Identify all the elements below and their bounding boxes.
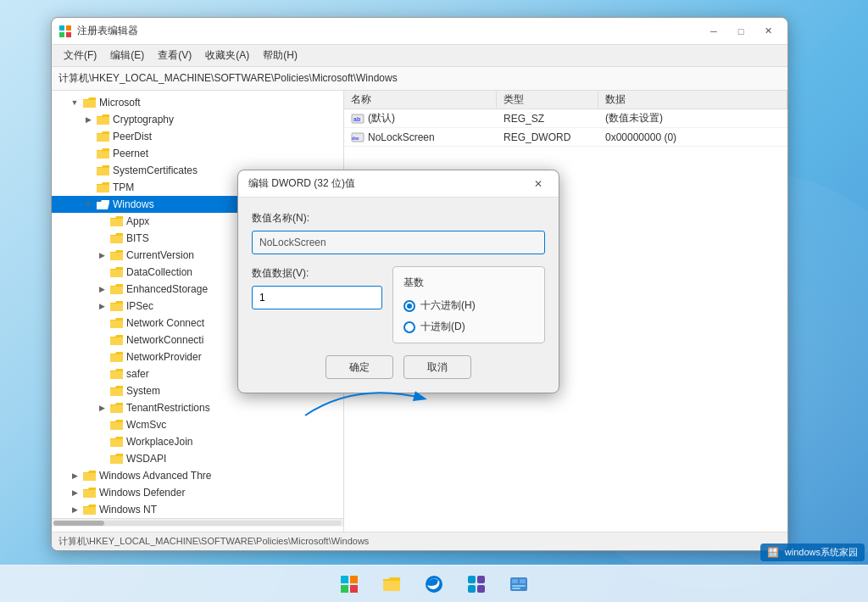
tree-item-windefender[interactable]: ▶ Windows Defender bbox=[52, 484, 343, 501]
folder-icon bbox=[110, 266, 124, 278]
scrollbar-track bbox=[53, 521, 342, 526]
expand-icon bbox=[82, 131, 94, 142]
status-bar: 计算机\HKEY_LOCAL_MACHINE\SOFTWARE\Policies… bbox=[52, 532, 787, 550]
radio-hex[interactable]: 十六进制(H) bbox=[403, 298, 534, 313]
expand-icon: ▶ bbox=[82, 114, 94, 125]
tree-item-cryptography[interactable]: ▶ Cryptography bbox=[52, 111, 343, 128]
menu-help[interactable]: 帮助(H) bbox=[256, 47, 304, 64]
maximize-button[interactable]: □ bbox=[728, 23, 754, 40]
expand-icon bbox=[82, 181, 94, 193]
radio-hex-circle bbox=[403, 300, 415, 312]
radio-group: 十六进制(H) 十进制(D) bbox=[403, 298, 534, 334]
tree-label: EnhancedStorage bbox=[126, 283, 208, 295]
tree-item-workplacejoin[interactable]: WorkplaceJoin bbox=[52, 433, 343, 450]
tree-item-peerdist[interactable]: PeerDist bbox=[52, 128, 343, 145]
menu-edit[interactable]: 编辑(E) bbox=[103, 47, 151, 64]
tree-item-windowsnt[interactable]: ▶ Windows NT bbox=[52, 501, 343, 518]
tree-item-wcmsvc[interactable]: WcmSvc bbox=[52, 416, 343, 433]
value-data-input[interactable] bbox=[252, 286, 382, 309]
expand-icon bbox=[96, 317, 108, 329]
tree-label: SystemCertificates bbox=[113, 164, 198, 176]
expand-icon bbox=[96, 385, 108, 397]
tree-label: System bbox=[126, 385, 160, 397]
tree-label: TenantRestrictions bbox=[126, 402, 210, 414]
reg-type-cell: REG_SZ bbox=[497, 109, 598, 127]
folder-icon bbox=[97, 131, 110, 142]
tree-item-winadvthre[interactable]: ▶ Windows Advanced Thre bbox=[52, 467, 343, 484]
ok-button[interactable]: 确定 bbox=[326, 355, 393, 379]
dialog-title-bar: 编辑 DWORD (32 位)值 ✕ bbox=[238, 170, 559, 198]
expand-icon: ▶ bbox=[69, 487, 81, 499]
dialog-value-row: 数值数据(V): 基数 十六进制(H) 十进制(D) bbox=[252, 266, 545, 343]
reg-dword-icon: dw bbox=[351, 131, 364, 143]
col-type[interactable]: 类型 bbox=[497, 91, 598, 109]
col-data[interactable]: 数据 bbox=[598, 91, 787, 109]
tree-label: Windows Advanced Thre bbox=[99, 470, 212, 482]
expand-icon: ▶ bbox=[69, 504, 81, 516]
svg-rect-2 bbox=[59, 32, 64, 37]
dialog-close-button[interactable]: ✕ bbox=[528, 176, 548, 192]
folder-icon bbox=[110, 419, 124, 431]
tree-item-microsoft[interactable]: ▼ Microsoft bbox=[52, 94, 343, 111]
edit-dword-dialog: 编辑 DWORD (32 位)值 ✕ 数值名称(N): 数值数据(V): 基数 bbox=[237, 170, 559, 393]
tree-label: Peernet bbox=[113, 148, 148, 159]
regedit-taskbar-button[interactable] bbox=[500, 568, 537, 600]
radio-dec[interactable]: 十进制(D) bbox=[403, 320, 534, 334]
app-icon bbox=[58, 25, 72, 38]
folder-icon bbox=[97, 148, 110, 159]
expand-icon bbox=[96, 436, 108, 448]
explorer-button[interactable] bbox=[373, 568, 410, 600]
menu-view[interactable]: 查看(V) bbox=[151, 47, 198, 64]
horizontal-scrollbar[interactable] bbox=[52, 518, 343, 527]
start-button[interactable] bbox=[331, 568, 368, 600]
dialog-buttons: 确定 取消 bbox=[252, 355, 545, 379]
svg-rect-0 bbox=[59, 25, 64, 31]
tree-item-tenantrestrictions[interactable]: ▶ TenantRestrictions bbox=[52, 399, 343, 416]
folder-icon bbox=[110, 334, 124, 346]
tree-label: safer bbox=[126, 368, 149, 380]
folder-open-icon bbox=[97, 198, 110, 210]
folder-icon bbox=[110, 436, 124, 448]
expand-icon bbox=[96, 419, 108, 431]
tree-label: CurrentVersion bbox=[126, 249, 194, 261]
address-text: 计算机\HKEY_LOCAL_MACHINE\SOFTWARE\Policies… bbox=[58, 71, 398, 86]
reg-data-cell: (数值未设置) bbox=[598, 109, 787, 127]
menu-favorites[interactable]: 收藏夹(A) bbox=[198, 47, 256, 64]
folder-icon bbox=[83, 97, 97, 109]
expand-icon bbox=[96, 334, 108, 346]
tree-item-wsdapi[interactable]: WSDAPI bbox=[52, 450, 343, 467]
registry-row-nolockscreen[interactable]: dw NoLockScreen REG_DWORD 0x00000000 (0) bbox=[344, 128, 787, 147]
expand-icon bbox=[82, 164, 94, 176]
tree-item-peernet[interactable]: Peernet bbox=[52, 145, 343, 162]
tree-label: Windows Defender bbox=[99, 487, 185, 499]
svg-rect-10 bbox=[341, 585, 348, 593]
tree-label: Cryptography bbox=[113, 114, 174, 125]
tree-label: Appx bbox=[126, 215, 149, 227]
svg-rect-14 bbox=[477, 576, 485, 583]
watermark-text: windows系统家园 bbox=[785, 547, 858, 557]
store-button[interactable] bbox=[458, 568, 495, 600]
svg-rect-11 bbox=[350, 585, 358, 593]
edge-button[interactable] bbox=[415, 568, 453, 600]
expand-icon: ▼ bbox=[82, 198, 94, 210]
reg-name: NoLockScreen bbox=[368, 131, 435, 143]
column-headers: 名称 类型 数据 bbox=[344, 91, 787, 109]
svg-rect-3 bbox=[66, 32, 71, 37]
close-button[interactable]: ✕ bbox=[755, 23, 781, 40]
menu-file[interactable]: 文件(F) bbox=[57, 47, 103, 64]
folder-icon bbox=[110, 283, 124, 295]
value-name-input[interactable] bbox=[252, 231, 545, 254]
registry-row-default[interactable]: ab (默认) REG_SZ (数值未设置) bbox=[344, 109, 787, 128]
folder-icon bbox=[110, 402, 124, 414]
col-name[interactable]: 名称 bbox=[344, 91, 497, 109]
reg-name: (默认) bbox=[368, 111, 395, 125]
svg-rect-21 bbox=[512, 588, 520, 589]
svg-rect-20 bbox=[512, 585, 526, 587]
tree-label: BITS bbox=[126, 232, 149, 244]
cancel-button[interactable]: 取消 bbox=[403, 355, 471, 379]
folder-icon bbox=[97, 164, 110, 176]
tree-label: NetworkProvider bbox=[126, 351, 202, 363]
svg-text:dw: dw bbox=[352, 136, 359, 141]
minimize-button[interactable]: ─ bbox=[701, 23, 726, 40]
tree-label: WcmSvc bbox=[126, 419, 166, 431]
